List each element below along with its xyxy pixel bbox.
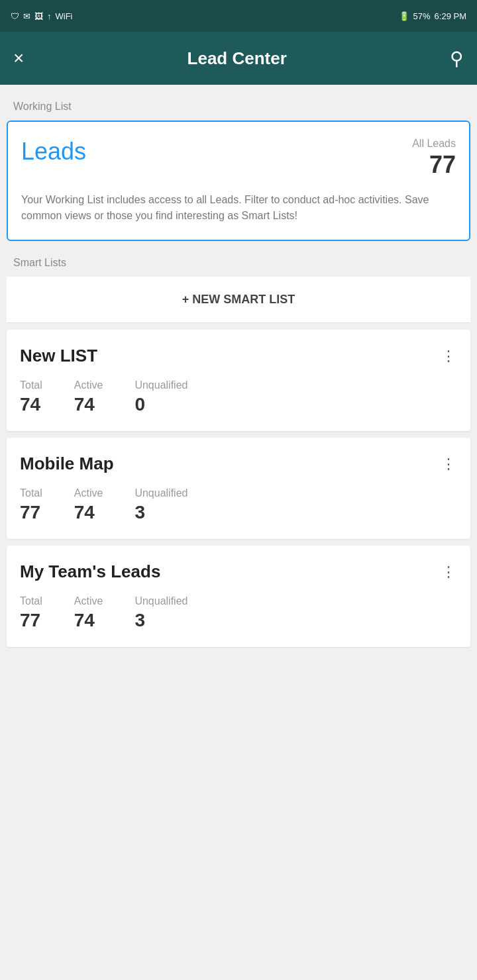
smart-list-card-my-teams-leads[interactable]: My Team's Leads ⋮ Total 77 Active 74 Unq… xyxy=(7,546,470,647)
unqualified-value: 0 xyxy=(134,394,187,415)
more-options-icon[interactable]: ⋮ xyxy=(441,564,457,581)
total-label: Total xyxy=(20,487,42,499)
stat-total: Total 74 xyxy=(20,379,42,415)
mail-icon: ✉ xyxy=(23,11,30,21)
total-value: 77 xyxy=(20,502,42,523)
stat-unqualified: Unqualified 0 xyxy=(134,379,187,415)
smart-list-card-new-list[interactable]: New LIST ⋮ Total 74 Active 74 Unqualifie… xyxy=(7,330,470,431)
working-list-description: Your Working List includes access to all… xyxy=(21,192,456,224)
active-label: Active xyxy=(74,595,103,607)
unqualified-value: 3 xyxy=(134,502,187,523)
leads-title: Leads xyxy=(21,138,86,166)
stat-total: Total 77 xyxy=(20,595,42,631)
upload-icon: ↑ xyxy=(47,11,52,21)
smart-list-card-mobile-map[interactable]: Mobile Map ⋮ Total 77 Active 74 Unqualif… xyxy=(7,438,470,539)
unqualified-value: 3 xyxy=(134,610,187,631)
active-value: 74 xyxy=(74,502,103,523)
close-icon[interactable]: × xyxy=(13,48,24,69)
new-smart-list-button[interactable]: + NEW SMART LIST xyxy=(7,277,470,323)
smart-list-name: Mobile Map xyxy=(20,454,114,474)
smart-list-card-header: New LIST ⋮ xyxy=(20,346,457,366)
main-content: Working List Leads All Leads 77 Your Wor… xyxy=(0,85,477,673)
stat-total: Total 77 xyxy=(20,487,42,523)
working-list-section-label: Working List xyxy=(0,85,477,121)
smart-list-stats: Total 74 Active 74 Unqualified 0 xyxy=(20,379,457,415)
smart-list-card-header: Mobile Map ⋮ xyxy=(20,454,457,474)
status-bar-right: 🔋 57% 6:29 PM xyxy=(399,11,466,21)
all-leads-count: 77 xyxy=(412,151,456,179)
active-label: Active xyxy=(74,379,103,391)
working-list-card-header: Leads All Leads 77 xyxy=(21,138,456,179)
smart-lists-section-label: Smart Lists xyxy=(0,241,477,277)
smart-list-name: My Team's Leads xyxy=(20,562,160,582)
search-icon[interactable]: ⚲ xyxy=(450,48,464,70)
active-value: 74 xyxy=(74,394,103,415)
nav-bar: × Lead Center ⚲ xyxy=(0,32,477,85)
working-list-card[interactable]: Leads All Leads 77 Your Working List inc… xyxy=(7,121,470,241)
battery-percent: 57% xyxy=(413,11,431,21)
unqualified-label: Unqualified xyxy=(134,595,187,607)
time-display: 6:29 PM xyxy=(435,11,466,21)
stat-active: Active 74 xyxy=(74,379,103,415)
unqualified-label: Unqualified xyxy=(134,487,187,499)
active-value: 74 xyxy=(74,610,103,631)
more-options-icon[interactable]: ⋮ xyxy=(441,456,457,473)
smart-list-stats: Total 77 Active 74 Unqualified 3 xyxy=(20,487,457,523)
stat-active: Active 74 xyxy=(74,595,103,631)
total-label: Total xyxy=(20,595,42,607)
image-icon: 🖼 xyxy=(34,11,43,21)
total-value: 74 xyxy=(20,394,42,415)
active-label: Active xyxy=(74,487,103,499)
stat-unqualified: Unqualified 3 xyxy=(134,595,187,631)
unqualified-label: Unqualified xyxy=(134,379,187,391)
shield-icon: 🛡 xyxy=(11,11,19,21)
total-value: 77 xyxy=(20,610,42,631)
all-leads-block: All Leads 77 xyxy=(412,138,456,179)
smart-list-card-header: My Team's Leads ⋮ xyxy=(20,562,457,582)
stat-unqualified: Unqualified 3 xyxy=(134,487,187,523)
smart-list-name: New LIST xyxy=(20,346,97,366)
page-title: Lead Center xyxy=(187,48,287,69)
stat-active: Active 74 xyxy=(74,487,103,523)
status-bar: 🛡 ✉ 🖼 ↑ WiFi 🔋 57% 6:29 PM xyxy=(0,0,477,32)
more-options-icon[interactable]: ⋮ xyxy=(441,348,457,365)
all-leads-label: All Leads xyxy=(412,138,456,150)
wifi-icon: WiFi xyxy=(56,11,73,21)
battery-icon: 🔋 xyxy=(399,11,409,21)
smart-list-stats: Total 77 Active 74 Unqualified 3 xyxy=(20,595,457,631)
total-label: Total xyxy=(20,379,42,391)
status-bar-left: 🛡 ✉ 🖼 ↑ WiFi xyxy=(11,11,73,21)
